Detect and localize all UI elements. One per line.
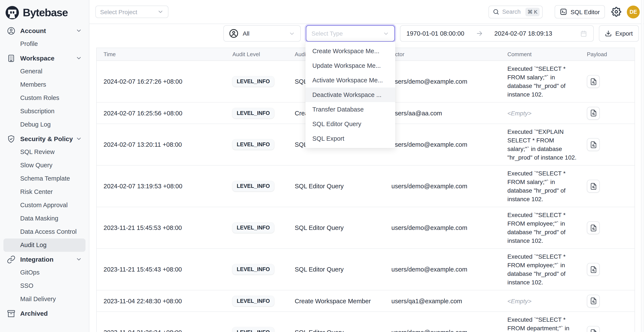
sidebar-item-data-access-control[interactable]: Data Access Control [4,225,86,238]
sidebar-section: Archived [0,307,89,320]
sidebar-item-custom-roles[interactable]: Custom Roles [4,91,86,105]
user-circle-icon [229,29,238,38]
filter-bar: All Select Type 1970-01-01 08:00:00 2024… [89,25,639,42]
vertical-scrollbar[interactable] [641,0,644,332]
type-menu-item-activate-workspace-me[interactable]: Activate Workspace Me... [306,73,395,88]
cell-payload [580,166,634,207]
cell-comment: Executed `"EXPLAIN SELECT * FROM salary;… [500,124,580,165]
sidebar-group-integration[interactable]: Integration [4,253,86,266]
cell-audit-level: LEVEL_INFO [226,166,288,207]
sidebar-item-risk-center[interactable]: Risk Center [4,185,86,199]
type-menu-item-deactivate-workspace[interactable]: Deactivate Workspace ... [306,88,395,102]
chevron-down-icon [76,55,82,61]
sidebar-item-data-masking[interactable]: Data Masking [4,212,86,225]
cell-audit-level: LEVEL_INFO [226,312,288,332]
brand-name: Bytebase [23,6,68,19]
audit-level-badge: LEVEL_INFO [232,76,274,87]
avatar[interactable]: DE [627,5,640,18]
table-row: 2023-11-04 22:48:30 +08:00 LEVEL_INFO Cr… [97,290,634,312]
payload-view-button[interactable] [587,221,600,234]
cell-audit-level: LEVEL_INFO [226,207,288,248]
sidebar-item-debug-log[interactable]: Debug Log [4,118,86,131]
actor-filter-value: All [243,30,250,37]
topbar: Select Project Search ⌘ K SQL [89,0,644,24]
sidebar-group-archived[interactable]: Archived [4,307,86,320]
payload-view-button[interactable] [587,75,600,88]
sidebar-group-workspace[interactable]: Workspace [4,51,86,65]
sidebar-section: Workspace General Members Custom Roles S… [0,51,89,131]
type-menu-item-create-workspace-me[interactable]: Create Workspace Me... [306,44,395,58]
cell-time: 2024-02-07 16:25:56 +08:00 [97,103,226,124]
actor-filter-select[interactable]: All [224,25,301,42]
cell-payload [580,312,634,332]
sql-editor-label: SQL Editor [570,8,600,15]
sidebar-item-mail-delivery[interactable]: Mail Delivery [4,293,86,306]
payload-view-button[interactable] [587,295,600,307]
building-icon [7,54,16,62]
calendar-icon [580,30,587,37]
terminal-icon [560,8,567,15]
cell-time: 2023-11-04 22:48:30 +08:00 [97,290,226,312]
type-menu-item-transfer-database[interactable]: Transfer Database [306,102,395,117]
project-select[interactable]: Select Project [96,5,168,18]
type-menu-item-sql-export[interactable]: SQL Export [306,131,395,146]
search-placeholder: Search [502,8,521,15]
sidebar-item-sso[interactable]: SSO [4,279,86,293]
chevron-down-icon [289,30,295,37]
audit-level-badge: LEVEL_INFO [232,296,274,306]
type-filter-select[interactable]: Select Type [306,25,395,42]
cell-audit-type: SQL Editor Query [288,207,384,248]
file-search-icon [590,266,597,273]
download-icon [605,30,612,37]
type-menu-item-sql-editor-query[interactable]: SQL Editor Query [306,117,395,131]
cell-actor: users/demo@example.com [384,249,500,290]
cell-comment: Executed `"SELECT * FROM salary;"` in da… [500,61,580,102]
sidebar-group-security-policy[interactable]: Security & Policy [4,132,86,146]
search-input[interactable]: Search ⌘ K [488,5,542,18]
cell-actor: users/demo@example.com [384,207,500,248]
sql-editor-button[interactable]: SQL Editor [555,5,605,18]
cell-audit-level: LEVEL_INFO [226,290,288,312]
date-range-picker[interactable]: 1970-01-01 08:00:00 2024-02-07 18:09:13 [400,25,594,42]
sidebar-item-subscription[interactable]: Subscription [4,105,86,118]
payload-view-button[interactable] [587,263,600,276]
payload-view-button[interactable] [587,326,600,332]
sidebar-item-audit-log[interactable]: Audit Log [4,238,86,252]
column-header-time: Time [97,48,226,60]
cell-payload [580,249,634,290]
payload-view-button[interactable] [587,107,600,120]
brand-logo[interactable]: Bytebase [6,3,89,22]
search-icon [493,8,499,15]
payload-view-button[interactable] [587,180,600,193]
sidebar-item-general[interactable]: General [4,65,86,78]
sidebar-item-members[interactable]: Members [4,78,86,91]
file-search-icon [590,297,597,305]
payload-view-button[interactable] [587,138,600,151]
cell-actor: users/qa1@example.com [384,290,500,312]
sidebar-item-schema-template[interactable]: Schema Template [4,172,86,185]
search-shortcut-badge: ⌘ K [525,7,540,16]
sidebar-group-account[interactable]: Account [4,24,86,37]
sidebar-item-custom-approval[interactable]: Custom Approval [4,199,86,212]
column-header-actor: Actor [384,48,500,60]
sidebar-item-gitops[interactable]: GitOps [4,266,86,279]
cell-audit-level: LEVEL_INFO [226,124,288,165]
chevron-down-icon [383,30,389,37]
sidebar-section: Account Profile [0,24,89,51]
link-icon [7,255,16,264]
sidebar-item-sql-review[interactable]: SQL Review [4,146,86,159]
cell-comment: <Empty> [500,103,580,124]
sidebar-item-profile[interactable]: Profile [4,37,86,51]
cell-actor: users/demo@example.com [384,312,500,332]
type-menu-item-update-workspace-me[interactable]: Update Workspace Me... [306,58,395,73]
audit-level-badge: LEVEL_INFO [232,264,274,275]
app-root: Bytebase Account Profile Workspace Gener… [0,0,644,332]
archive-icon [7,309,16,318]
export-label: Export [616,30,633,37]
sidebar-item-slow-query[interactable]: Slow Query [4,159,86,172]
cell-time: 2024-02-07 13:20:11 +08:00 [97,124,226,165]
chevron-down-icon [157,8,164,15]
gear-icon[interactable] [611,7,621,17]
export-button[interactable]: Export [599,25,639,42]
cell-actor: users/demo@example.com [384,124,500,165]
